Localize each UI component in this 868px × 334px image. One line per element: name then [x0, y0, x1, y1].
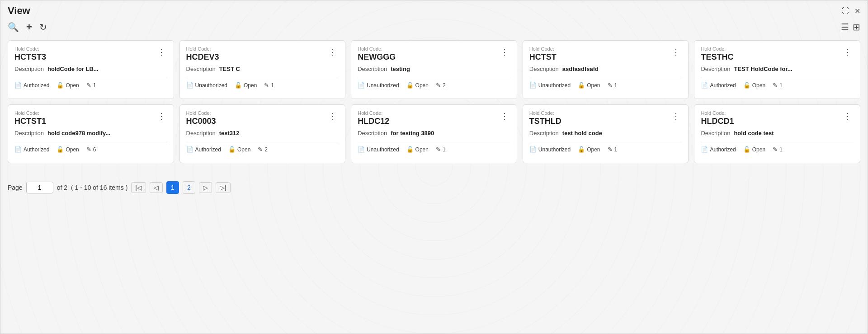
page-number-1[interactable]: 1	[166, 181, 179, 194]
edit-count-value: 1	[614, 146, 618, 153]
hold-code-value: HCTST3	[14, 52, 46, 62]
card-footer: 📄 Unauthorized 🔓 Open ✎ 1	[529, 142, 682, 153]
auth-icon: 📄	[186, 146, 193, 153]
edit-count-value: 1	[779, 82, 783, 89]
auth-icon: 📄	[14, 82, 22, 89]
description-value: holdCode for LB...	[47, 66, 99, 72]
card-header: Hold Code: HLDC12 ⋮	[358, 110, 510, 126]
description-value: hold code test	[734, 130, 774, 136]
card-header-left: Hold Code: HC0003	[186, 110, 216, 126]
card-description: Description holdCode for LB...	[14, 66, 167, 72]
lock-icon: 🔓	[743, 146, 750, 153]
card-header-left: Hold Code: HCDEV3	[186, 46, 219, 62]
description-label: Description	[358, 130, 387, 136]
lock-icon: 🔓	[228, 146, 236, 153]
card-description: Description TEST HoldCode for...	[701, 66, 854, 72]
card-menu-icon[interactable]: ⋮	[156, 110, 167, 122]
expand-icon[interactable]: ⛶	[842, 7, 849, 15]
card-menu-icon[interactable]: ⋮	[156, 46, 167, 58]
lock-label: Open	[415, 82, 429, 89]
auth-icon: 📄	[701, 146, 708, 153]
auth-icon: 📄	[358, 146, 365, 153]
auth-status: 📄 Unauthorized	[358, 82, 399, 89]
card-footer: 📄 Authorized 🔓 Open ✎ 1	[701, 142, 854, 153]
description-value: TEST HoldCode for...	[734, 66, 792, 72]
lock-label: Open	[587, 146, 600, 153]
page-input[interactable]	[26, 182, 53, 193]
card-hctst: Hold Code: HCTST ⋮ Description asdfasdfs…	[523, 40, 689, 99]
first-page-button[interactable]: |◁	[131, 182, 146, 193]
edit-count: ✎ 1	[608, 146, 618, 153]
description-label: Description	[358, 66, 387, 72]
description-value: TEST C	[219, 66, 240, 72]
card-menu-icon[interactable]: ⋮	[499, 110, 510, 122]
lock-icon: 🔓	[57, 146, 64, 153]
toolbar: 🔍 + ↻ ☰ ⊞	[0, 19, 868, 37]
auth-status: 📄 Authorized	[701, 82, 736, 89]
edit-count: ✎ 6	[86, 146, 96, 153]
card-hcdev3: Hold Code: HCDEV3 ⋮ Description TEST C 📄…	[179, 40, 346, 99]
refresh-icon[interactable]: ↻	[39, 22, 47, 33]
card-header-left: Hold Code: NEWGGG	[358, 46, 396, 62]
hold-code-label: Hold Code:	[186, 110, 216, 116]
card-menu-icon[interactable]: ⋮	[670, 46, 682, 58]
card-menu-icon[interactable]: ⋮	[842, 110, 854, 122]
lock-status: 🔓 Open	[57, 146, 79, 153]
card-hc0003: Hold Code: HC0003 ⋮ Description test312 …	[179, 104, 346, 163]
lock-icon: 🔓	[235, 82, 242, 89]
lock-icon: 🔓	[406, 82, 414, 89]
lock-status: 🔓 Open	[743, 146, 765, 153]
lock-label: Open	[587, 82, 600, 89]
lock-label: Open	[244, 82, 257, 89]
description-label: Description	[701, 66, 730, 72]
auth-label: Unauthorized	[367, 146, 399, 153]
lock-label: Open	[752, 82, 765, 89]
lock-label: Open	[237, 146, 250, 153]
card-footer: 📄 Authorized 🔓 Open ✎ 2	[186, 142, 339, 153]
card-description: Description testing	[358, 66, 510, 72]
card-newggg: Hold Code: NEWGGG ⋮ Description testing …	[351, 40, 517, 99]
auth-status: 📄 Unauthorized	[186, 82, 227, 89]
card-menu-icon[interactable]: ⋮	[842, 46, 854, 58]
cards-row-2: Hold Code: HCTST1 ⋮ Description hold cod…	[8, 104, 860, 163]
card-menu-icon[interactable]: ⋮	[670, 110, 682, 122]
edit-count-value: 1	[443, 146, 446, 153]
description-label: Description	[14, 66, 44, 72]
card-header: Hold Code: NEWGGG ⋮	[358, 46, 510, 62]
lock-status: 🔓 Open	[578, 146, 600, 153]
prev-page-button[interactable]: ◁	[150, 182, 163, 193]
description-label: Description	[14, 130, 44, 136]
card-menu-icon[interactable]: ⋮	[499, 46, 510, 58]
card-hldc12: Hold Code: HLDC12 ⋮ Description for test…	[351, 104, 517, 163]
list-view-icon[interactable]: ☰	[841, 22, 849, 33]
auth-label: Unauthorized	[195, 82, 227, 89]
grid-view-icon[interactable]: ⊞	[853, 22, 860, 33]
card-menu-icon[interactable]: ⋮	[327, 46, 339, 58]
hold-code-label: Hold Code:	[14, 110, 46, 116]
lock-status: 🔓 Open	[235, 82, 257, 89]
description-value: for testing 3890	[391, 130, 434, 136]
edit-count-value: 2	[443, 82, 446, 89]
edit-icon: ✎	[436, 82, 441, 89]
card-description: Description hold code978 modify...	[14, 130, 167, 136]
description-label: Description	[701, 130, 730, 136]
edit-count-value: 1	[271, 82, 274, 89]
next-page-button[interactable]: ▷	[199, 182, 212, 193]
auth-icon: 📄	[14, 146, 22, 153]
card-header: Hold Code: HCTST1 ⋮	[14, 110, 167, 126]
last-page-button[interactable]: ▷|	[216, 182, 231, 193]
close-icon[interactable]: ✕	[854, 7, 860, 15]
edit-icon: ✎	[264, 82, 269, 89]
edit-count: ✎ 1	[773, 146, 783, 153]
card-header-left: Hold Code: HLDCD1	[701, 110, 734, 126]
edit-icon: ✎	[608, 146, 613, 153]
title-bar: View ⛶ ✕	[0, 0, 868, 19]
card-menu-icon[interactable]: ⋮	[327, 110, 339, 122]
add-icon[interactable]: +	[26, 21, 32, 33]
lock-icon: 🔓	[57, 82, 64, 89]
card-description: Description for testing 3890	[358, 130, 510, 136]
cards-container: Hold Code: HCTST3 ⋮ Description holdCode…	[0, 37, 868, 172]
search-icon[interactable]: 🔍	[8, 22, 19, 33]
lock-status: 🔓 Open	[228, 146, 250, 153]
page-number-2[interactable]: 2	[183, 181, 195, 194]
